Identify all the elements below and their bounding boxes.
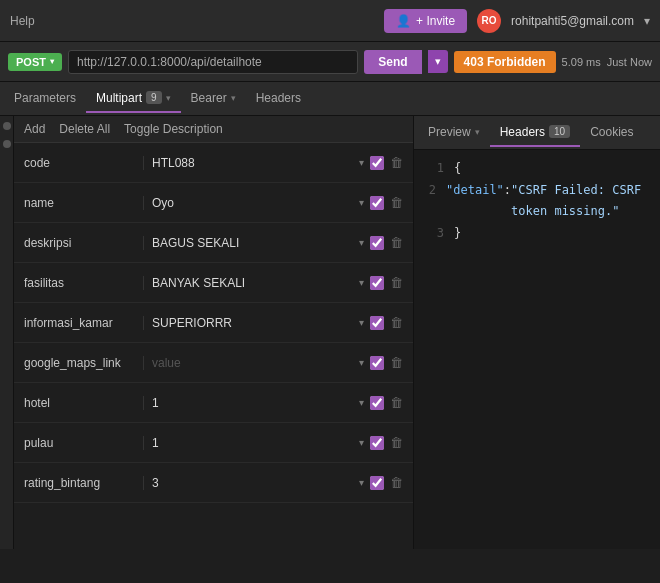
param-value[interactable]: 3: [152, 476, 353, 490]
param-name: deskripsi: [14, 236, 144, 250]
param-value[interactable]: BANYAK SEKALI: [152, 276, 353, 290]
param-name: pulau: [14, 436, 144, 450]
param-value[interactable]: BAGUS SEKALI: [152, 236, 353, 250]
tab-preview[interactable]: Preview ▾: [418, 119, 490, 147]
table-row: nameOyo▾🗑: [14, 183, 413, 223]
person-plus-icon: 👤: [396, 14, 411, 28]
param-checkbox[interactable]: [370, 356, 384, 370]
sidebar-dot-1: [3, 122, 11, 130]
param-checkbox[interactable]: [370, 196, 384, 210]
param-dropdown-arrow[interactable]: ▾: [357, 395, 366, 410]
param-dropdown-arrow[interactable]: ▾: [357, 155, 366, 170]
param-checkbox[interactable]: [370, 236, 384, 250]
param-dropdown-arrow[interactable]: ▾: [357, 275, 366, 290]
param-dropdown-arrow[interactable]: ▾: [357, 355, 366, 370]
response-panel: Preview ▾ Headers 10 Cookies 1{2 "detail…: [414, 116, 660, 549]
param-value[interactable]: Oyo: [152, 196, 353, 210]
http-method: POST: [16, 56, 46, 68]
tab-cookies[interactable]: Cookies: [580, 119, 643, 147]
tab-bearer[interactable]: Bearer ▾: [181, 85, 246, 113]
response-body: 1{2 "detail": "CSRF Failed: CSRF token m…: [414, 150, 660, 549]
help-menu[interactable]: Help: [10, 14, 35, 28]
param-name: rating_bintang: [14, 476, 144, 490]
param-delete-button[interactable]: 🗑: [388, 395, 405, 410]
sidebar-dot-2: [3, 140, 11, 148]
param-name: informasi_kamar: [14, 316, 144, 330]
tab-parameters[interactable]: Parameters: [4, 85, 86, 113]
param-value[interactable]: HTL088: [152, 156, 353, 170]
response-line: 2 "detail": "CSRF Failed: CSRF token mis…: [426, 180, 648, 223]
param-value[interactable]: value: [152, 356, 353, 370]
param-dropdown-arrow[interactable]: ▾: [357, 435, 366, 450]
param-delete-button[interactable]: 🗑: [388, 435, 405, 450]
main-content: Add Delete All Toggle Description codeHT…: [0, 116, 660, 549]
response-line: 1{: [426, 158, 648, 180]
top-bar: Help 👤 + Invite RO rohitpahti5@gmail.com…: [0, 0, 660, 42]
param-delete-button[interactable]: 🗑: [388, 315, 405, 330]
status-badge: 403 Forbidden: [454, 51, 556, 73]
send-dropdown-button[interactable]: ▾: [428, 50, 448, 73]
param-checkbox[interactable]: [370, 436, 384, 450]
tab-response-headers[interactable]: Headers 10: [490, 119, 580, 147]
time-ago: Just Now: [607, 56, 652, 68]
table-row: hotel1▾🗑: [14, 383, 413, 423]
user-menu-chevron[interactable]: ▾: [644, 14, 650, 28]
user-initials: RO: [482, 15, 497, 26]
toggle-description-link[interactable]: Toggle Description: [124, 122, 223, 136]
table-row: pulau1▾🗑: [14, 423, 413, 463]
delete-all-link[interactable]: Delete All: [59, 122, 110, 136]
invite-button[interactable]: 👤 + Invite: [384, 9, 467, 33]
param-delete-button[interactable]: 🗑: [388, 155, 405, 170]
param-checkbox[interactable]: [370, 316, 384, 330]
param-name: code: [14, 156, 144, 170]
action-bar: Add Delete All Toggle Description: [14, 116, 413, 143]
send-button[interactable]: Send: [364, 50, 421, 74]
params-panel: Add Delete All Toggle Description codeHT…: [14, 116, 414, 549]
response-headers-badge: 10: [549, 125, 570, 138]
url-input[interactable]: [68, 50, 358, 74]
table-row: codeHTL088▾🗑: [14, 143, 413, 183]
add-param-link[interactable]: Add: [24, 122, 45, 136]
bearer-arrow: ▾: [231, 93, 236, 103]
multipart-badge: 9: [146, 91, 162, 104]
response-tab-bar: Preview ▾ Headers 10 Cookies: [414, 116, 660, 150]
param-dropdown-arrow[interactable]: ▾: [357, 475, 366, 490]
tab-multipart[interactable]: Multipart 9 ▾: [86, 85, 181, 113]
tab-headers-request[interactable]: Headers: [246, 85, 311, 113]
param-name: google_maps_link: [14, 356, 144, 370]
method-selector[interactable]: POST ▾: [8, 53, 62, 71]
param-checkbox[interactable]: [370, 476, 384, 490]
request-tab-bar: Parameters Multipart 9 ▾ Bearer ▾ Header…: [0, 82, 660, 116]
param-dropdown-arrow[interactable]: ▾: [357, 195, 366, 210]
url-bar: POST ▾ Send ▾ 403 Forbidden 5.09 ms Just…: [0, 42, 660, 82]
param-delete-button[interactable]: 🗑: [388, 235, 405, 250]
sidebar-icons: [0, 116, 14, 549]
param-value[interactable]: 1: [152, 396, 353, 410]
table-row: google_maps_linkvalue▾🗑: [14, 343, 413, 383]
response-line: 3}: [426, 223, 648, 245]
method-dropdown-arrow: ▾: [50, 57, 54, 66]
param-dropdown-arrow[interactable]: ▾: [357, 315, 366, 330]
param-value[interactable]: 1: [152, 436, 353, 450]
param-delete-button[interactable]: 🗑: [388, 275, 405, 290]
multipart-arrow: ▾: [166, 93, 171, 103]
param-checkbox[interactable]: [370, 156, 384, 170]
preview-arrow: ▾: [475, 127, 480, 137]
param-delete-button[interactable]: 🗑: [388, 355, 405, 370]
param-delete-button[interactable]: 🗑: [388, 475, 405, 490]
param-delete-button[interactable]: 🗑: [388, 195, 405, 210]
param-checkbox[interactable]: [370, 276, 384, 290]
param-dropdown-arrow[interactable]: ▾: [357, 235, 366, 250]
params-list: codeHTL088▾🗑nameOyo▾🗑deskripsiBAGUS SEKA…: [14, 143, 413, 549]
user-avatar: RO: [477, 9, 501, 33]
param-name: name: [14, 196, 144, 210]
param-checkbox[interactable]: [370, 396, 384, 410]
table-row: rating_bintang3▾🗑: [14, 463, 413, 503]
response-timing: 5.09 ms: [562, 56, 601, 68]
user-email: rohitpahti5@gmail.com: [511, 14, 634, 28]
top-bar-right: 👤 + Invite RO rohitpahti5@gmail.com ▾: [384, 9, 650, 33]
param-value[interactable]: SUPERIORRR: [152, 316, 353, 330]
table-row: informasi_kamarSUPERIORRR▾🗑: [14, 303, 413, 343]
help-label: Help: [10, 14, 35, 28]
table-row: fasilitasBANYAK SEKALI▾🗑: [14, 263, 413, 303]
